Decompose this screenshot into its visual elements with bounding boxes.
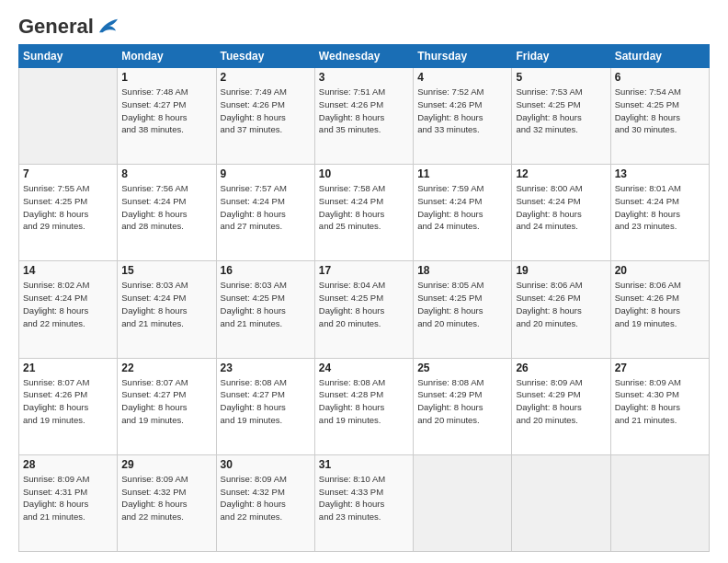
day-info: Sunrise: 7:49 AM Sunset: 4:26 PM Dayligh…	[221, 86, 311, 136]
day-number: 27	[615, 362, 705, 374]
weekday-header-wednesday: Wednesday	[314, 45, 413, 68]
calendar-cell: 21Sunrise: 8:07 AM Sunset: 4:26 PM Dayli…	[19, 358, 118, 454]
calendar-cell: 8Sunrise: 7:56 AM Sunset: 4:24 PM Daylig…	[118, 165, 216, 261]
day-number: 26	[516, 362, 606, 374]
calendar-cell: 6Sunrise: 7:54 AM Sunset: 4:25 PM Daylig…	[610, 68, 709, 165]
calendar: SundayMondayTuesdayWednesdayThursdayFrid…	[18, 44, 710, 552]
day-number: 2	[221, 71, 311, 84]
day-info: Sunrise: 8:08 AM Sunset: 4:27 PM Dayligh…	[221, 376, 311, 427]
calendar-cell: 23Sunrise: 8:08 AM Sunset: 4:27 PM Dayli…	[216, 358, 314, 454]
day-info: Sunrise: 7:55 AM Sunset: 4:25 PM Dayligh…	[23, 182, 113, 233]
day-info: Sunrise: 8:10 AM Sunset: 4:33 PM Dayligh…	[319, 473, 409, 523]
calendar-cell: 30Sunrise: 8:09 AM Sunset: 4:32 PM Dayli…	[216, 454, 314, 551]
calendar-cell: 26Sunrise: 8:09 AM Sunset: 4:29 PM Dayli…	[512, 358, 610, 454]
day-number: 11	[417, 167, 507, 180]
calendar-cell: 16Sunrise: 8:03 AM Sunset: 4:25 PM Dayli…	[216, 261, 314, 358]
day-info: Sunrise: 8:00 AM Sunset: 4:24 PM Dayligh…	[516, 182, 606, 233]
day-number: 22	[121, 362, 211, 374]
calendar-cell: 20Sunrise: 8:06 AM Sunset: 4:26 PM Dayli…	[610, 261, 709, 358]
weekday-header-monday: Monday	[118, 45, 216, 68]
calendar-cell: 31Sunrise: 8:10 AM Sunset: 4:33 PM Dayli…	[314, 454, 413, 551]
day-info: Sunrise: 8:06 AM Sunset: 4:26 PM Dayligh…	[615, 279, 705, 329]
day-number: 30	[221, 458, 311, 471]
day-info: Sunrise: 7:59 AM Sunset: 4:24 PM Dayligh…	[417, 182, 507, 233]
calendar-cell: 25Sunrise: 8:08 AM Sunset: 4:29 PM Dayli…	[414, 358, 512, 454]
header: General	[18, 15, 710, 35]
day-number: 10	[319, 167, 409, 180]
day-number: 28	[23, 458, 113, 471]
day-number: 20	[615, 264, 705, 277]
day-info: Sunrise: 7:53 AM Sunset: 4:25 PM Dayligh…	[516, 86, 606, 136]
calendar-cell	[512, 454, 610, 551]
calendar-cell: 17Sunrise: 8:04 AM Sunset: 4:25 PM Dayli…	[314, 261, 413, 358]
calendar-cell: 22Sunrise: 8:07 AM Sunset: 4:27 PM Dayli…	[118, 358, 216, 454]
weekday-header-thursday: Thursday	[414, 45, 512, 68]
day-info: Sunrise: 8:06 AM Sunset: 4:26 PM Dayligh…	[516, 279, 606, 329]
day-info: Sunrise: 8:09 AM Sunset: 4:29 PM Dayligh…	[516, 376, 606, 427]
day-number: 23	[221, 362, 311, 374]
calendar-cell: 27Sunrise: 8:09 AM Sunset: 4:30 PM Dayli…	[610, 358, 709, 454]
calendar-cell: 28Sunrise: 8:09 AM Sunset: 4:31 PM Dayli…	[19, 454, 118, 551]
day-info: Sunrise: 8:09 AM Sunset: 4:31 PM Dayligh…	[23, 473, 113, 523]
week-row-2: 7Sunrise: 7:55 AM Sunset: 4:25 PM Daylig…	[19, 165, 710, 261]
day-number: 14	[23, 264, 113, 277]
calendar-cell: 14Sunrise: 8:02 AM Sunset: 4:24 PM Dayli…	[19, 261, 118, 358]
calendar-cell: 18Sunrise: 8:05 AM Sunset: 4:25 PM Dayli…	[414, 261, 512, 358]
day-number: 6	[615, 71, 705, 84]
day-info: Sunrise: 8:01 AM Sunset: 4:24 PM Dayligh…	[615, 182, 705, 233]
day-info: Sunrise: 7:54 AM Sunset: 4:25 PM Dayligh…	[615, 86, 705, 136]
week-row-5: 28Sunrise: 8:09 AM Sunset: 4:31 PM Dayli…	[19, 454, 710, 551]
day-info: Sunrise: 8:09 AM Sunset: 4:32 PM Dayligh…	[121, 473, 211, 523]
weekday-header-sunday: Sunday	[19, 45, 118, 68]
calendar-cell: 11Sunrise: 7:59 AM Sunset: 4:24 PM Dayli…	[414, 165, 512, 261]
day-number: 7	[23, 167, 113, 180]
day-info: Sunrise: 8:09 AM Sunset: 4:30 PM Dayligh…	[615, 376, 705, 427]
weekday-header-row: SundayMondayTuesdayWednesdayThursdayFrid…	[19, 45, 710, 68]
calendar-cell: 3Sunrise: 7:51 AM Sunset: 4:26 PM Daylig…	[314, 68, 413, 165]
day-info: Sunrise: 8:05 AM Sunset: 4:25 PM Dayligh…	[417, 279, 507, 329]
calendar-cell: 19Sunrise: 8:06 AM Sunset: 4:26 PM Dayli…	[512, 261, 610, 358]
calendar-cell: 10Sunrise: 7:58 AM Sunset: 4:24 PM Dayli…	[314, 165, 413, 261]
calendar-cell: 9Sunrise: 7:57 AM Sunset: 4:24 PM Daylig…	[216, 165, 314, 261]
day-number: 13	[615, 167, 705, 180]
day-info: Sunrise: 8:07 AM Sunset: 4:27 PM Dayligh…	[121, 376, 211, 427]
calendar-cell: 29Sunrise: 8:09 AM Sunset: 4:32 PM Dayli…	[118, 454, 216, 551]
day-info: Sunrise: 7:48 AM Sunset: 4:27 PM Dayligh…	[121, 86, 211, 136]
day-info: Sunrise: 8:03 AM Sunset: 4:24 PM Dayligh…	[121, 279, 211, 329]
day-number: 5	[516, 71, 606, 84]
calendar-cell	[19, 68, 118, 165]
calendar-cell: 7Sunrise: 7:55 AM Sunset: 4:25 PM Daylig…	[19, 165, 118, 261]
day-info: Sunrise: 8:02 AM Sunset: 4:24 PM Dayligh…	[23, 279, 113, 329]
day-number: 24	[319, 362, 409, 374]
calendar-cell: 15Sunrise: 8:03 AM Sunset: 4:24 PM Dayli…	[118, 261, 216, 358]
day-number: 21	[23, 362, 113, 374]
day-number: 15	[121, 264, 211, 277]
calendar-cell	[610, 454, 709, 551]
day-info: Sunrise: 7:58 AM Sunset: 4:24 PM Dayligh…	[319, 182, 409, 233]
calendar-cell: 1Sunrise: 7:48 AM Sunset: 4:27 PM Daylig…	[118, 68, 216, 165]
calendar-cell: 4Sunrise: 7:52 AM Sunset: 4:26 PM Daylig…	[414, 68, 512, 165]
logo: General	[18, 15, 121, 35]
day-number: 18	[417, 264, 507, 277]
day-number: 12	[516, 167, 606, 180]
calendar-cell: 5Sunrise: 7:53 AM Sunset: 4:25 PM Daylig…	[512, 68, 610, 165]
calendar-cell: 2Sunrise: 7:49 AM Sunset: 4:26 PM Daylig…	[216, 68, 314, 165]
day-number: 16	[221, 264, 311, 277]
day-info: Sunrise: 8:07 AM Sunset: 4:26 PM Dayligh…	[23, 376, 113, 427]
day-number: 17	[319, 264, 409, 277]
day-info: Sunrise: 8:08 AM Sunset: 4:29 PM Dayligh…	[417, 376, 507, 427]
day-number: 4	[417, 71, 507, 84]
day-number: 9	[221, 167, 311, 180]
day-info: Sunrise: 7:51 AM Sunset: 4:26 PM Dayligh…	[319, 86, 409, 136]
weekday-header-friday: Friday	[512, 45, 610, 68]
calendar-cell: 12Sunrise: 8:00 AM Sunset: 4:24 PM Dayli…	[512, 165, 610, 261]
day-number: 19	[516, 264, 606, 277]
day-number: 1	[121, 71, 211, 84]
weekday-header-saturday: Saturday	[610, 45, 709, 68]
day-info: Sunrise: 7:57 AM Sunset: 4:24 PM Dayligh…	[221, 182, 311, 233]
day-info: Sunrise: 8:08 AM Sunset: 4:28 PM Dayligh…	[319, 376, 409, 427]
day-info: Sunrise: 8:09 AM Sunset: 4:32 PM Dayligh…	[221, 473, 311, 523]
week-row-3: 14Sunrise: 8:02 AM Sunset: 4:24 PM Dayli…	[19, 261, 710, 358]
day-info: Sunrise: 8:03 AM Sunset: 4:25 PM Dayligh…	[221, 279, 311, 329]
weekday-header-tuesday: Tuesday	[216, 45, 314, 68]
